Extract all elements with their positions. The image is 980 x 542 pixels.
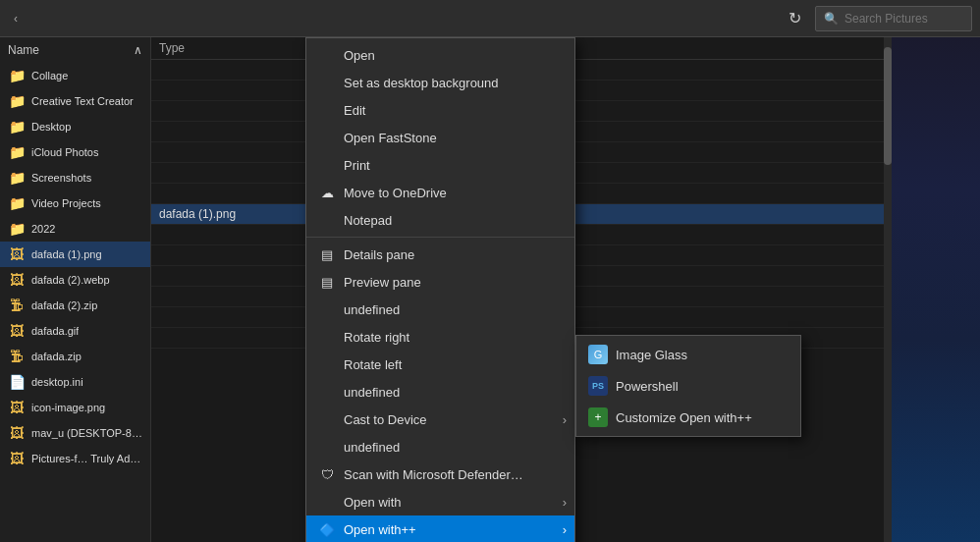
- sidebar-item-icon-3: 📁: [8, 143, 26, 161]
- menu-item-label-3: Open FastStone: [344, 131, 437, 145]
- app-icon-ps: PS: [588, 376, 608, 396]
- sidebar-item-icon-6: 📁: [8, 220, 26, 238]
- menu-item-label-5: Move to OneDrive: [344, 186, 447, 200]
- submenu-item-2[interactable]: + Customize Open with++: [576, 402, 800, 433]
- menu-item-icon-18: 🔷: [318, 520, 336, 538]
- sidebar-item-label-14: mav_u (DESKTOP-8PH…: [31, 427, 142, 439]
- menu-item-icon-8: ▤: [318, 245, 336, 263]
- sidebar-item-2[interactable]: 📁 Desktop: [0, 114, 150, 139]
- menu-item-1[interactable]: Set as desktop background: [306, 69, 574, 96]
- sidebar-item-label-1: Creative Text Creator: [31, 95, 134, 107]
- sidebar-item-label-12: desktop.ini: [31, 376, 83, 388]
- app-icon-glass: G: [588, 345, 608, 364]
- sidebar-item-icon-11: 🗜: [8, 348, 26, 365]
- sidebar-item-icon-14: 🖼: [8, 424, 26, 442]
- sidebar-item-14[interactable]: 🖼 mav_u (DESKTOP-8PH…: [0, 420, 150, 446]
- sidebar-item-12[interactable]: 📄 desktop.ini: [0, 369, 150, 395]
- search-box[interactable]: 🔍: [815, 6, 972, 31]
- sidebar-item-0[interactable]: 📁 Collage: [0, 63, 150, 88]
- sidebar-item-label-13: icon-image.png: [31, 402, 105, 413]
- menu-item-8[interactable]: ▤Details pane: [306, 241, 574, 268]
- sidebar-item-label-9: dafada (2).zip: [31, 299, 97, 311]
- menu-item-15[interactable]: undefined: [306, 433, 574, 461]
- submenu-item-label-1: Powershell: [616, 379, 679, 394]
- menu-item-label-12: Rotate left: [344, 357, 402, 372]
- sidebar-item-icon-15: 🖼: [8, 450, 26, 467]
- open-with-submenu: G Image Glass PS Powershell + Customize …: [575, 335, 801, 437]
- menu-item-16[interactable]: 🛡Scan with Microsoft Defender…: [306, 461, 574, 488]
- menu-item-17[interactable]: Open with›: [306, 488, 574, 515]
- sidebar-item-4[interactable]: 📁 Screenshots: [0, 165, 150, 190]
- sidebar-item-label-5: Video Projects: [31, 197, 101, 209]
- sidebar-item-1[interactable]: 📁 Creative Text Creator: [0, 88, 150, 114]
- scrollbar-thumb[interactable]: [884, 47, 892, 165]
- sidebar-item-icon-12: 📄: [8, 373, 26, 391]
- navigate-back-button[interactable]: ‹: [8, 8, 24, 29]
- menu-item-label-17: Open with: [344, 495, 402, 510]
- sidebar-item-3[interactable]: 📁 iCloud Photos: [0, 139, 150, 165]
- menu-item-4[interactable]: Print: [306, 151, 574, 179]
- sidebar-item-icon-2: 📁: [8, 118, 26, 136]
- sidebar-item-icon-4: 📁: [8, 169, 26, 187]
- sidebar-item-10[interactable]: 🖼 dafada.gif: [0, 318, 150, 344]
- sidebar-item-label-3: iCloud Photos: [31, 146, 99, 158]
- submenu-item-label-2: Customize Open with++: [616, 410, 752, 425]
- scrollbar[interactable]: [884, 37, 892, 542]
- context-menu: OpenSet as desktop backgroundEditOpen Fa…: [305, 37, 575, 542]
- menu-item-2[interactable]: Edit: [306, 96, 574, 124]
- menu-arrow-18: ›: [563, 522, 567, 537]
- menu-item-3[interactable]: Open FastStone: [306, 124, 574, 151]
- menu-item-icon-3: [318, 129, 336, 146]
- menu-item-6[interactable]: Notepad: [306, 206, 574, 234]
- menu-item-10[interactable]: undefined: [306, 296, 574, 323]
- sidebar-item-label-0: Collage: [31, 70, 68, 81]
- menu-item-label-10: undefined: [344, 302, 400, 317]
- sidebar-item-11[interactable]: 🗜 dafada.zip: [0, 344, 150, 369]
- sidebar-item-icon-0: 📁: [8, 67, 26, 84]
- submenu-app-icon-1: PS: [588, 376, 608, 396]
- menu-item-13[interactable]: undefined: [306, 378, 574, 406]
- sidebar-item-label-11: dafada.zip: [31, 351, 82, 362]
- search-icon: 🔍: [824, 12, 839, 26]
- submenu-item-1[interactable]: PS Powershell: [576, 370, 800, 402]
- sidebar-item-15[interactable]: 🖼 Pictures-f… Truly Ad…: [0, 446, 150, 471]
- sidebar-item-icon-9: 🗜: [8, 297, 26, 314]
- submenu-app-icon-0: G: [588, 345, 608, 364]
- menu-item-14[interactable]: Cast to Device›: [306, 406, 574, 433]
- menu-item-18[interactable]: 🔷Open with++›: [306, 515, 574, 542]
- menu-item-icon-0: [318, 46, 336, 64]
- menu-item-icon-14: [318, 410, 336, 428]
- sidebar-item-9[interactable]: 🗜 dafada (2).zip: [0, 293, 150, 318]
- sidebar-item-7[interactable]: 🖼 dafada (1).png: [0, 242, 150, 267]
- menu-item-label-6: Notepad: [344, 213, 392, 228]
- menu-item-9[interactable]: ▤Preview pane: [306, 268, 574, 296]
- app-icon-custom: +: [588, 407, 608, 427]
- sidebar-item-label-7: dafada (1).png: [31, 248, 102, 260]
- submenu-item-0[interactable]: G Image Glass: [576, 339, 800, 370]
- submenu-item-label-0: Image Glass: [616, 348, 687, 362]
- menu-item-0[interactable]: Open: [306, 41, 574, 69]
- sidebar-item-icon-7: 🖼: [8, 245, 26, 263]
- sidebar: Name ∧ 📁 Collage 📁 Creative Text Creator…: [0, 37, 151, 542]
- sidebar-item-5[interactable]: 📁 Video Projects: [0, 190, 150, 216]
- menu-item-12[interactable]: Rotate left: [306, 351, 574, 378]
- sidebar-name-label: Name: [8, 43, 39, 57]
- sidebar-header: Name ∧: [0, 37, 150, 63]
- sidebar-item-label-2: Desktop: [31, 121, 71, 133]
- menu-arrow-14: ›: [563, 412, 567, 427]
- sidebar-item-6[interactable]: 📁 2022: [0, 216, 150, 242]
- menu-item-5[interactable]: ☁Move to OneDrive: [306, 179, 574, 206]
- right-decorative-panel: [892, 37, 980, 542]
- sidebar-collapse-icon[interactable]: ∧: [134, 43, 142, 57]
- menu-item-11[interactable]: Rotate right: [306, 323, 574, 351]
- menu-item-label-14: Cast to Device: [344, 412, 427, 427]
- menu-separator-7: [306, 237, 574, 238]
- search-input[interactable]: [844, 12, 980, 26]
- sidebar-item-icon-5: 📁: [8, 194, 26, 212]
- sidebar-item-13[interactable]: 🖼 icon-image.png: [0, 395, 150, 420]
- sidebar-item-icon-13: 🖼: [8, 399, 26, 416]
- menu-item-label-4: Print: [344, 158, 370, 173]
- menu-item-label-16: Scan with Microsoft Defender…: [344, 467, 523, 482]
- refresh-button[interactable]: ↻: [780, 5, 809, 32]
- sidebar-item-8[interactable]: 🖼 dafada (2).webp: [0, 267, 150, 293]
